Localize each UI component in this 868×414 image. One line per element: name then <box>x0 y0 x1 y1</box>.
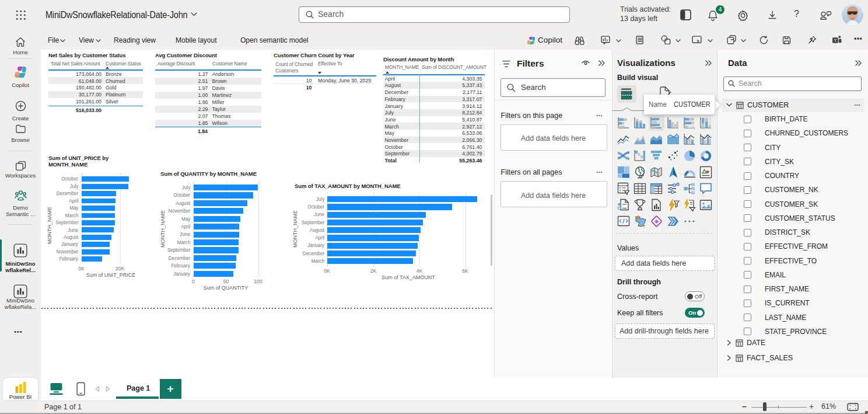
svg-text:T: T <box>834 38 836 43</box>
